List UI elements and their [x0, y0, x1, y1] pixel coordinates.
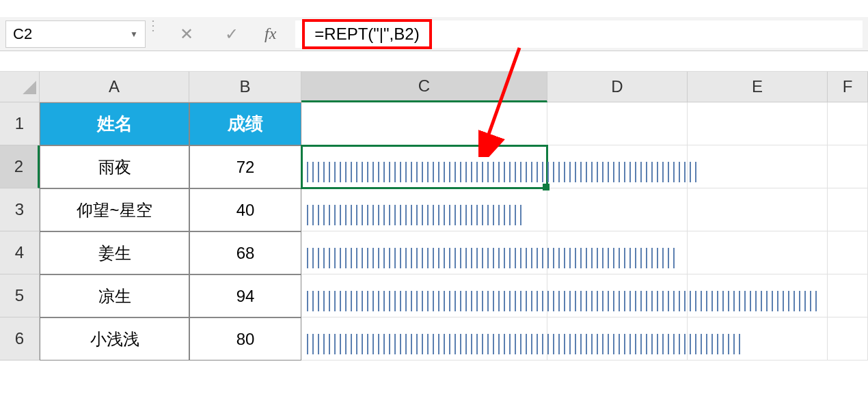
cell-f1[interactable]: [828, 102, 868, 145]
col-header-d[interactable]: D: [547, 72, 688, 102]
cell-name[interactable]: 雨夜: [40, 145, 189, 188]
cell-bar[interactable]: [301, 231, 547, 274]
cell-name[interactable]: 小浅浅: [40, 317, 189, 360]
row-header-3[interactable]: 3: [0, 188, 40, 231]
cell-e2[interactable]: [688, 145, 828, 188]
col-header-f[interactable]: F: [828, 72, 868, 102]
cell-e5[interactable]: [688, 274, 828, 317]
fx-icon[interactable]: fx: [265, 25, 276, 43]
row-header-5[interactable]: 5: [0, 274, 40, 317]
formula-text: =REPT("|",B2): [314, 25, 419, 43]
rept-bar: [307, 162, 701, 182]
cell-score[interactable]: 68: [189, 231, 301, 274]
name-box-dropdown-icon[interactable]: ▼: [130, 29, 138, 39]
cell-score[interactable]: 72: [189, 145, 301, 188]
cell-score[interactable]: 40: [189, 188, 301, 231]
cell-bar[interactable]: [301, 145, 547, 188]
cell-score[interactable]: 94: [189, 274, 301, 317]
cell-name[interactable]: 仰望~星空: [40, 188, 189, 231]
formula-bar: C2 ▼ ⋮ ✕ ✓ fx =REPT("|",B2): [0, 17, 868, 51]
cell-name[interactable]: 凉生: [40, 274, 189, 317]
table-row: 3 仰望~星空 40: [0, 188, 868, 231]
table-row: 2 雨夜 72: [0, 145, 868, 188]
cell-e3[interactable]: [688, 188, 828, 231]
cell-f5[interactable]: [828, 274, 868, 317]
cell-bar[interactable]: [301, 274, 547, 317]
formula-input[interactable]: =REPT("|",B2): [295, 20, 863, 48]
cell-name[interactable]: 姜生: [40, 231, 189, 274]
col-header-a[interactable]: A: [40, 72, 189, 102]
cell-d6[interactable]: [547, 317, 688, 360]
cell-f2[interactable]: [828, 145, 868, 188]
name-box[interactable]: C2 ▼: [5, 20, 146, 48]
rept-bar: [307, 205, 526, 225]
table-row: 4 姜生 68: [0, 231, 868, 274]
col-header-c[interactable]: C: [301, 72, 547, 102]
cell-e1[interactable]: [688, 102, 828, 145]
header-name[interactable]: 姓名: [40, 102, 189, 145]
formula-button-group: ✕ ✓ fx: [161, 25, 290, 44]
fill-handle[interactable]: [543, 184, 550, 190]
table-row: 1 姓名 成绩: [0, 102, 868, 145]
name-box-value: C2: [13, 25, 32, 43]
cell-e4[interactable]: [688, 231, 828, 274]
table-row: 5 凉生 94: [0, 274, 868, 317]
cell-e6[interactable]: [688, 317, 828, 360]
name-box-resize-handle[interactable]: ⋮: [151, 23, 155, 45]
cell-c1[interactable]: [301, 102, 547, 145]
col-header-e[interactable]: E: [688, 72, 828, 102]
select-all-corner[interactable]: [0, 72, 40, 102]
spreadsheet: A B C D E F 1 姓名 成绩 2 雨夜 72 3 仰望~星空 40: [0, 72, 868, 360]
cell-d5[interactable]: [547, 274, 688, 317]
row-header-1[interactable]: 1: [0, 102, 40, 145]
row-header-2[interactable]: 2: [0, 145, 40, 188]
cell-bar[interactable]: [301, 317, 547, 360]
header-score[interactable]: 成绩: [189, 102, 301, 145]
cell-f4[interactable]: [828, 231, 868, 274]
ribbon-gap: [0, 51, 868, 72]
cell-d3[interactable]: [547, 188, 688, 231]
row-header-6[interactable]: 6: [0, 317, 40, 360]
cell-f6[interactable]: [828, 317, 868, 360]
col-header-b[interactable]: B: [189, 72, 301, 102]
formula-text-highlight: =REPT("|",B2): [302, 19, 431, 49]
cell-f3[interactable]: [828, 188, 868, 231]
table-row: 6 小浅浅 80: [0, 317, 868, 360]
cell-d4[interactable]: [547, 231, 688, 274]
cancel-icon[interactable]: ✕: [174, 25, 199, 44]
cell-d1[interactable]: [547, 102, 688, 145]
cell-score[interactable]: 80: [189, 317, 301, 360]
cell-bar[interactable]: [301, 188, 547, 231]
confirm-icon[interactable]: ✓: [219, 25, 244, 44]
row-header-4[interactable]: 4: [0, 231, 40, 274]
column-header-row: A B C D E F: [0, 72, 868, 102]
